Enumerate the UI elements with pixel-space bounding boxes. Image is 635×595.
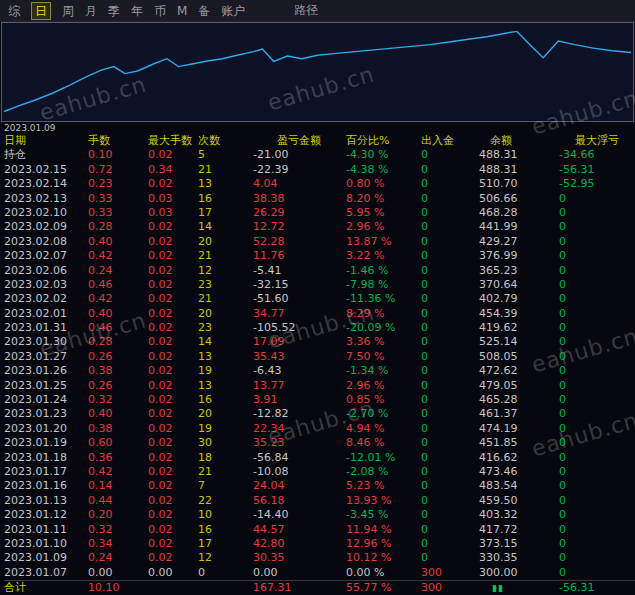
table-row[interactable]: 2023.01.070.000.0000.000.00 %300300.000 — [4, 566, 635, 580]
cell-date: 2023.02.06 — [4, 264, 88, 278]
cell-percent: 4.94 % — [346, 422, 421, 436]
cell-deposit-withdraw: 0 — [421, 523, 479, 537]
cell-lots: 0.32 — [88, 523, 148, 537]
cell-balance: 510.70 — [479, 177, 559, 191]
table-row[interactable]: 2023.02.090.280.021412.722.96 %0441.990 — [4, 220, 635, 234]
cell-lots: 0.38 — [88, 364, 148, 378]
cell-lots: 0.40 — [88, 407, 148, 421]
cell-date: 2023.02.14 — [4, 177, 88, 191]
cell-max-floating-loss: 0 — [559, 292, 635, 306]
cell-profit-loss: -105.52 — [253, 321, 346, 335]
cell-max-lots: 0.02 — [148, 494, 198, 508]
cell-percent: 2.96 % — [346, 379, 421, 393]
cell-profit-loss: -6.43 — [253, 364, 346, 378]
cell-deposit-withdraw: 300 — [421, 581, 479, 594]
cell-percent: 8.20 % — [346, 192, 421, 206]
table-row[interactable]: 2023.01.250.260.021313.772.96 %0479.050 — [4, 379, 635, 393]
menu-tab-季[interactable]: 季 — [108, 3, 120, 19]
cell-lots: 0.23 — [88, 177, 148, 191]
table-row[interactable]: 2023.02.060.240.0212-5.41-1.46 %0365.230 — [4, 264, 635, 278]
cell-date: 持仓 — [4, 148, 88, 162]
cell-max-floating-loss: 0 — [559, 422, 635, 436]
menu-tab-周[interactable]: 周 — [62, 3, 74, 19]
cell-deposit-withdraw: 0 — [421, 479, 479, 493]
table-row[interactable]: 2023.01.130.440.022256.1813.93 %0459.500 — [4, 494, 635, 508]
cell-profit-loss: 26.29 — [253, 206, 346, 220]
table-row[interactable]: 2023.01.090.240.021230.3510.12 %0330.350 — [4, 551, 635, 565]
table-row[interactable]: 2023.01.160.140.02724.045.23 %0483.540 — [4, 479, 635, 493]
menu-tab-币[interactable]: 币 — [154, 3, 166, 19]
menu-tab-综[interactable]: 综 — [8, 3, 20, 19]
cell-balance: 472.62 — [479, 364, 559, 378]
cell-date: 2023.01.17 — [4, 465, 88, 479]
cell-count: 5 — [198, 148, 253, 162]
cell-percent: -1.46 % — [346, 264, 421, 278]
cell-date: 2023.01.18 — [4, 451, 88, 465]
table-row[interactable]: 2023.01.200.380.021922.344.94 %0474.190 — [4, 422, 635, 436]
total-row: 合计10.10167.3155.77 %300-56.31 — [4, 580, 635, 594]
table-row[interactable]: 2023.01.190.600.023035.238.46 %0451.850 — [4, 436, 635, 450]
cell-max-floating-loss: 0 — [559, 537, 635, 551]
cell-count: 次数 — [198, 134, 253, 148]
table-row[interactable]: 2023.01.120.200.0210-14.40-3.45 %0403.32… — [4, 508, 635, 522]
table-row[interactable]: 2023.01.230.400.0220-12.82-2.70 %0461.37… — [4, 407, 635, 421]
cell-date: 2023.01.09 — [4, 551, 88, 565]
table-row[interactable]: 2023.01.270.260.021335.437.50 %0508.050 — [4, 350, 635, 364]
menu-tab-年[interactable]: 年 — [131, 3, 143, 19]
cell-max-floating-loss: 0 — [559, 321, 635, 335]
menu-tab-账户[interactable]: 账户 — [221, 3, 245, 19]
cell-count: 18 — [198, 451, 253, 465]
cell-date: 2023.02.03 — [4, 278, 88, 292]
cell-max-floating-loss: 0 — [559, 566, 635, 580]
table-row[interactable]: 2023.02.030.460.0223-32.15-7.98 %0370.64… — [4, 278, 635, 292]
cell-lots: 0.72 — [88, 163, 148, 177]
cell-lots: 0.34 — [88, 537, 148, 551]
cell-percent: -1.34 % — [346, 364, 421, 378]
table-row[interactable]: 2023.02.020.420.0221-51.60-11.36 %0402.7… — [4, 292, 635, 306]
table-row[interactable]: 2023.01.310.460.0223-105.52-20.09 %0419.… — [4, 321, 635, 335]
table-row[interactable]: 持仓0.100.025-21.00-4.30 %0488.31-34.66 — [4, 148, 635, 162]
table-row[interactable]: 2023.01.180.360.0218-56.84-12.01 %0416.6… — [4, 451, 635, 465]
table-row[interactable]: 2023.01.170.420.0221-10.08-2.08 %0473.46… — [4, 465, 635, 479]
table-row[interactable]: 2023.01.300.280.021417.093.36 %0525.140 — [4, 335, 635, 349]
cell-balance: 506.66 — [479, 192, 559, 206]
cell-deposit-withdraw: 0 — [421, 436, 479, 450]
cell-profit-loss: 22.34 — [253, 422, 346, 436]
cell-percent: 2.96 % — [346, 220, 421, 234]
menu-tab-月[interactable]: 月 — [85, 3, 97, 19]
menu-tab-path[interactable]: 路径 — [294, 2, 318, 19]
cell-percent: 百分比% — [346, 134, 421, 148]
cell-profit-loss: 34.77 — [253, 307, 346, 321]
cell-lots: 0.32 — [88, 393, 148, 407]
table-row[interactable]: 2023.01.100.340.021742.8012.96 %0373.150 — [4, 537, 635, 551]
table-row[interactable]: 2023.01.240.320.02163.910.85 %0465.280 — [4, 393, 635, 407]
cell-date: 2023.01.19 — [4, 436, 88, 450]
cell-max-lots: 0.02 — [148, 278, 198, 292]
menu-tab-日[interactable]: 日 — [31, 2, 51, 20]
cell-profit-loss: -22.39 — [253, 163, 346, 177]
table-row[interactable]: 2023.02.010.400.022034.778.29 %0454.390 — [4, 307, 635, 321]
menu-tab-备[interactable]: 备 — [198, 3, 210, 19]
cell-deposit-withdraw: 0 — [421, 350, 479, 364]
table-row[interactable]: 2023.02.080.400.022052.2813.87 %0429.270 — [4, 235, 635, 249]
cell-percent: 11.94 % — [346, 523, 421, 537]
table-row[interactable]: 2023.01.110.320.021644.5711.94 %0417.720 — [4, 523, 635, 537]
cell-max-lots: 0.03 — [148, 192, 198, 206]
cell-percent: -7.98 % — [346, 278, 421, 292]
menu-tab-M[interactable]: M — [177, 3, 187, 19]
table-row[interactable]: 2023.01.260.380.0219-6.43-1.34 %0472.620 — [4, 364, 635, 378]
table-row[interactable]: 2023.02.150.720.3421-22.39-4.38 %0488.31… — [4, 163, 635, 177]
cell-count: 19 — [198, 364, 253, 378]
cell-profit-loss: -21.00 — [253, 148, 346, 162]
cell-profit-loss: 52.28 — [253, 235, 346, 249]
table-row[interactable]: 2023.02.100.330.031726.295.95 %0468.280 — [4, 206, 635, 220]
menu-bar: 综日周月季年币M备账户 路径 — [0, 0, 635, 22]
cell-percent: -12.01 % — [346, 451, 421, 465]
table-row[interactable]: 2023.02.130.330.031638.388.20 %0506.660 — [4, 192, 635, 206]
cell-count: 10 — [198, 508, 253, 522]
cell-max-floating-loss: 0 — [559, 235, 635, 249]
cell-max-floating-loss: -56.31 — [559, 581, 635, 594]
table-row[interactable]: 2023.02.070.420.022111.763.22 %0376.990 — [4, 249, 635, 263]
cell-max-floating-loss: 0 — [559, 264, 635, 278]
table-row[interactable]: 2023.02.140.230.02134.040.80 %0510.70-52… — [4, 177, 635, 191]
